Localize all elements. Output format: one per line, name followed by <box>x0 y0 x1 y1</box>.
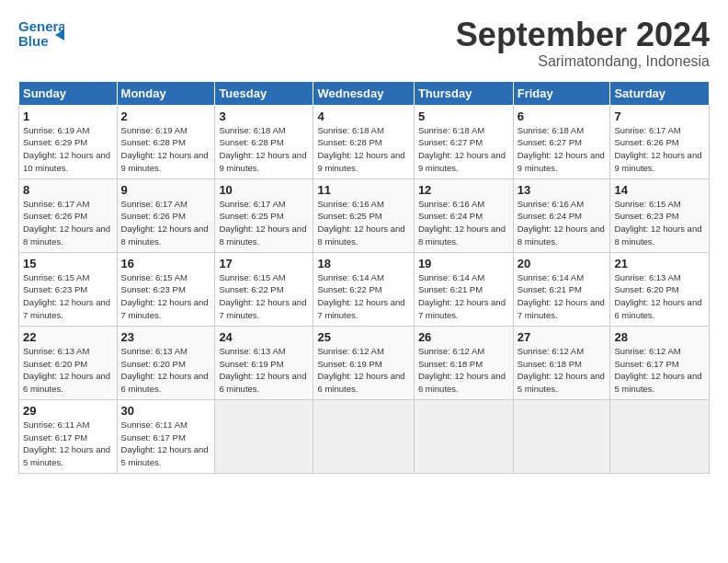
table-row <box>513 399 610 473</box>
day-number: 26 <box>418 330 509 344</box>
col-sunday: Sunday <box>19 81 118 105</box>
day-number: 12 <box>418 183 509 197</box>
page: General Blue September 2024 Sarimatondan… <box>0 0 728 563</box>
table-row: 1 Sunrise: 6:19 AMSunset: 6:29 PMDayligh… <box>19 105 118 178</box>
header: General Blue September 2024 Sarimatondan… <box>18 17 710 70</box>
day-number: 8 <box>23 183 113 197</box>
table-row: 8 Sunrise: 6:17 AMSunset: 6:26 PMDayligh… <box>19 178 118 252</box>
table-row: 30 Sunrise: 6:11 AMSunset: 6:17 PMDaylig… <box>117 399 215 473</box>
calendar-row: 29 Sunrise: 6:11 AMSunset: 6:17 PMDaylig… <box>19 399 710 473</box>
table-row: 15 Sunrise: 6:15 AMSunset: 6:23 PMDaylig… <box>19 252 118 326</box>
day-info: Sunrise: 6:11 AMSunset: 6:17 PMDaylight:… <box>23 419 110 467</box>
day-info: Sunrise: 6:17 AMSunset: 6:25 PMDaylight:… <box>219 199 306 247</box>
table-row: 12 Sunrise: 6:16 AMSunset: 6:24 PMDaylig… <box>414 178 513 252</box>
day-info: Sunrise: 6:18 AMSunset: 6:28 PMDaylight:… <box>317 125 404 173</box>
table-row: 2 Sunrise: 6:19 AMSunset: 6:28 PMDayligh… <box>117 105 215 178</box>
location-title: Sarimatondang, Indonesia <box>456 53 710 70</box>
day-number: 19 <box>418 257 509 270</box>
day-info: Sunrise: 6:11 AMSunset: 6:17 PMDaylight:… <box>121 419 209 467</box>
day-number: 6 <box>518 109 607 123</box>
table-row: 16 Sunrise: 6:15 AMSunset: 6:23 PMDaylig… <box>117 252 215 326</box>
day-number: 7 <box>614 109 705 123</box>
table-row: 9 Sunrise: 6:17 AMSunset: 6:26 PMDayligh… <box>117 178 215 252</box>
day-number: 5 <box>418 109 509 123</box>
day-info: Sunrise: 6:15 AMSunset: 6:22 PMDaylight:… <box>219 272 306 320</box>
day-info: Sunrise: 6:13 AMSunset: 6:20 PMDaylight:… <box>23 346 110 394</box>
table-row: 29 Sunrise: 6:11 AMSunset: 6:17 PMDaylig… <box>19 399 118 473</box>
day-info: Sunrise: 6:19 AMSunset: 6:29 PMDaylight:… <box>23 125 110 173</box>
table-row: 22 Sunrise: 6:13 AMSunset: 6:20 PMDaylig… <box>19 326 118 399</box>
day-info: Sunrise: 6:14 AMSunset: 6:21 PMDaylight:… <box>518 272 605 320</box>
day-info: Sunrise: 6:18 AMSunset: 6:27 PMDaylight:… <box>418 125 506 173</box>
title-block: September 2024 Sarimatondang, Indonesia <box>456 17 710 70</box>
table-row: 3 Sunrise: 6:18 AMSunset: 6:28 PMDayligh… <box>215 105 313 178</box>
day-number: 13 <box>518 183 607 197</box>
header-row: Sunday Monday Tuesday Wednesday Thursday… <box>19 81 710 105</box>
day-number: 18 <box>317 257 409 270</box>
day-info: Sunrise: 6:18 AMSunset: 6:28 PMDaylight:… <box>219 125 306 173</box>
day-info: Sunrise: 6:17 AMSunset: 6:26 PMDaylight:… <box>121 199 209 247</box>
svg-text:General: General <box>18 18 64 34</box>
col-monday: Monday <box>117 81 215 105</box>
col-friday: Friday <box>513 81 610 105</box>
calendar-row: 8 Sunrise: 6:17 AMSunset: 6:26 PMDayligh… <box>19 178 710 252</box>
col-thursday: Thursday <box>414 81 513 105</box>
table-row: 18 Sunrise: 6:14 AMSunset: 6:22 PMDaylig… <box>313 252 414 326</box>
day-info: Sunrise: 6:19 AMSunset: 6:28 PMDaylight:… <box>121 125 209 173</box>
day-number: 17 <box>219 257 309 270</box>
day-number: 10 <box>219 183 309 197</box>
day-info: Sunrise: 6:16 AMSunset: 6:24 PMDaylight:… <box>418 199 506 247</box>
day-number: 29 <box>23 404 113 418</box>
day-number: 11 <box>317 183 409 197</box>
table-row: 10 Sunrise: 6:17 AMSunset: 6:25 PMDaylig… <box>215 178 313 252</box>
table-row: 4 Sunrise: 6:18 AMSunset: 6:28 PMDayligh… <box>313 105 414 178</box>
table-row <box>414 399 513 473</box>
day-info: Sunrise: 6:12 AMSunset: 6:19 PMDaylight:… <box>317 346 404 394</box>
table-row: 27 Sunrise: 6:12 AMSunset: 6:18 PMDaylig… <box>513 326 610 399</box>
col-wednesday: Wednesday <box>313 81 414 105</box>
day-number: 23 <box>121 330 211 344</box>
day-number: 15 <box>23 257 113 270</box>
logo: General Blue <box>18 17 64 55</box>
day-info: Sunrise: 6:13 AMSunset: 6:20 PMDaylight:… <box>121 346 209 394</box>
day-number: 1 <box>23 109 113 123</box>
day-info: Sunrise: 6:12 AMSunset: 6:18 PMDaylight:… <box>418 346 506 394</box>
day-info: Sunrise: 6:14 AMSunset: 6:21 PMDaylight:… <box>418 272 506 320</box>
day-number: 20 <box>518 257 607 270</box>
table-row: 25 Sunrise: 6:12 AMSunset: 6:19 PMDaylig… <box>313 326 414 399</box>
logo-svg: General Blue <box>18 17 64 55</box>
day-info: Sunrise: 6:13 AMSunset: 6:19 PMDaylight:… <box>219 346 306 394</box>
calendar-row: 1 Sunrise: 6:19 AMSunset: 6:29 PMDayligh… <box>19 105 710 178</box>
day-info: Sunrise: 6:13 AMSunset: 6:20 PMDaylight:… <box>614 272 701 320</box>
calendar-table: Sunday Monday Tuesday Wednesday Thursday… <box>18 81 710 474</box>
day-number: 4 <box>317 109 409 123</box>
table-row: 23 Sunrise: 6:13 AMSunset: 6:20 PMDaylig… <box>117 326 215 399</box>
day-number: 27 <box>518 330 607 344</box>
day-info: Sunrise: 6:15 AMSunset: 6:23 PMDaylight:… <box>614 199 701 247</box>
day-number: 9 <box>121 183 211 197</box>
table-row: 21 Sunrise: 6:13 AMSunset: 6:20 PMDaylig… <box>610 252 710 326</box>
month-title: September 2024 <box>456 17 710 53</box>
day-info: Sunrise: 6:15 AMSunset: 6:23 PMDaylight:… <box>121 272 209 320</box>
table-row <box>610 399 710 473</box>
calendar-body: 1 Sunrise: 6:19 AMSunset: 6:29 PMDayligh… <box>19 105 710 473</box>
day-info: Sunrise: 6:12 AMSunset: 6:18 PMDaylight:… <box>518 346 605 394</box>
day-number: 24 <box>219 330 309 344</box>
table-row: 5 Sunrise: 6:18 AMSunset: 6:27 PMDayligh… <box>414 105 513 178</box>
day-info: Sunrise: 6:17 AMSunset: 6:26 PMDaylight:… <box>23 199 110 247</box>
svg-text:Blue: Blue <box>18 33 49 49</box>
table-row: 6 Sunrise: 6:18 AMSunset: 6:27 PMDayligh… <box>513 105 610 178</box>
day-info: Sunrise: 6:17 AMSunset: 6:26 PMDaylight:… <box>614 125 701 173</box>
table-row: 17 Sunrise: 6:15 AMSunset: 6:22 PMDaylig… <box>215 252 313 326</box>
calendar-row: 22 Sunrise: 6:13 AMSunset: 6:20 PMDaylig… <box>19 326 710 399</box>
day-number: 2 <box>121 109 211 123</box>
table-row <box>215 399 313 473</box>
day-info: Sunrise: 6:16 AMSunset: 6:24 PMDaylight:… <box>518 199 605 247</box>
day-info: Sunrise: 6:16 AMSunset: 6:25 PMDaylight:… <box>317 199 404 247</box>
table-row: 24 Sunrise: 6:13 AMSunset: 6:19 PMDaylig… <box>215 326 313 399</box>
day-number: 21 <box>614 257 705 270</box>
table-row: 20 Sunrise: 6:14 AMSunset: 6:21 PMDaylig… <box>513 252 610 326</box>
table-row: 14 Sunrise: 6:15 AMSunset: 6:23 PMDaylig… <box>610 178 710 252</box>
col-saturday: Saturday <box>610 81 710 105</box>
table-row: 19 Sunrise: 6:14 AMSunset: 6:21 PMDaylig… <box>414 252 513 326</box>
